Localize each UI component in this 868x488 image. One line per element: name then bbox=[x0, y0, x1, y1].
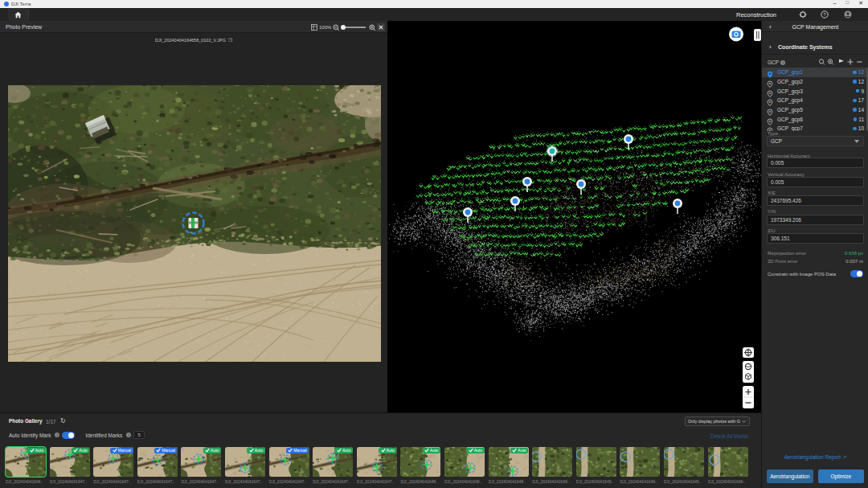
svg-text:?: ? bbox=[823, 12, 826, 17]
